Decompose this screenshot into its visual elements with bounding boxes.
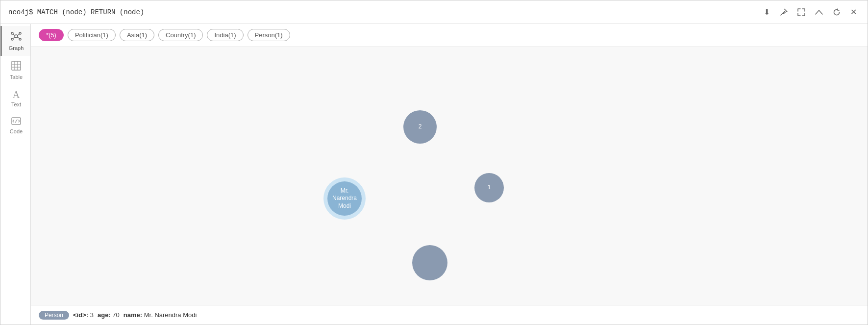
status-age-value: 70 (112, 311, 119, 319)
status-id: <id>: 3 (73, 311, 94, 319)
sidebar: Graph Table A Text (0, 24, 31, 325)
query-text: neo4j$ MATCH (node) RETURN (node) (8, 8, 144, 16)
filter-tag-politician[interactable]: Politician(1) (68, 29, 116, 41)
pin-button[interactable] (777, 5, 791, 19)
filter-tag-asia[interactable]: Asia(1) (120, 29, 154, 41)
sidebar-label-table: Table (10, 74, 23, 80)
graph-node-node-2[interactable]: 2 (403, 110, 437, 144)
text-icon: A (13, 90, 20, 100)
graph-node-label-node-1: 1 (488, 184, 491, 192)
status-name-value: Mr. Narendra Modi (144, 311, 197, 319)
svg-line-7 (13, 37, 15, 39)
graph-node-label-node-modi: Mr. Narendra Modi (332, 187, 357, 210)
table-icon (11, 61, 21, 72)
svg-point-4 (19, 38, 21, 40)
filter-row: *(5) Politician(1) Asia(1) Country(1) In… (31, 24, 868, 47)
svg-line-5 (13, 34, 15, 36)
svg-line-8 (18, 37, 20, 39)
graph-node-node-modi[interactable]: Mr. Narendra Modi (327, 181, 362, 216)
download-button[interactable]: ⬇ (761, 4, 773, 20)
svg-point-1 (11, 32, 13, 34)
collapse-button[interactable] (812, 7, 826, 18)
graph-node-node-1[interactable]: 1 (474, 173, 504, 202)
status-id-label: <id>: (73, 311, 88, 319)
sidebar-item-table[interactable]: Table (0, 56, 30, 85)
svg-line-6 (18, 34, 20, 36)
sidebar-item-graph[interactable]: Graph (0, 26, 30, 56)
filter-tag-india[interactable]: India(1) (207, 29, 243, 41)
status-name-label: name: (124, 311, 142, 319)
svg-point-0 (15, 35, 18, 38)
graph-node-label-node-2: 2 (419, 123, 422, 131)
graph-node-node-4[interactable] (412, 245, 447, 280)
filter-tag-country[interactable]: Country(1) (158, 29, 203, 41)
svg-point-3 (11, 38, 13, 40)
status-id-value: 3 (90, 311, 94, 319)
sidebar-item-code[interactable]: Code (0, 112, 30, 139)
content-area: Graph Table A Text (0, 24, 868, 325)
status-bar: Person <id>: 3 age: 70 name: Mr. Narendr… (31, 305, 868, 325)
refresh-button[interactable] (830, 5, 843, 19)
graph-area: *(5) Politician(1) Asia(1) Country(1) In… (31, 24, 868, 325)
header-bar: neo4j$ MATCH (node) RETURN (node) ⬇ (0, 0, 868, 24)
expand-button[interactable] (794, 5, 808, 19)
filter-tag-all[interactable]: *(5) (39, 29, 64, 41)
svg-rect-9 (12, 61, 21, 70)
main-container: neo4j$ MATCH (node) RETURN (node) ⬇ (0, 0, 868, 325)
status-node-type-badge: Person (39, 311, 69, 320)
code-icon (11, 117, 21, 126)
sidebar-item-text[interactable]: A Text (0, 85, 30, 112)
svg-point-2 (19, 32, 21, 34)
status-age-label: age: (98, 311, 111, 319)
sidebar-label-text: Text (11, 101, 21, 107)
status-name: name: Mr. Narendra Modi (124, 311, 197, 319)
header-actions: ⬇ (761, 4, 860, 20)
graph-canvas[interactable]: 21Mr. Narendra Modi (31, 47, 868, 305)
sidebar-label-code: Code (10, 128, 23, 134)
status-age: age: 70 (98, 311, 120, 319)
sidebar-label-graph: Graph (9, 45, 24, 51)
close-button[interactable]: ✕ (847, 4, 860, 20)
graph-icon (11, 31, 22, 43)
filter-tag-person[interactable]: Person(1) (248, 29, 290, 41)
